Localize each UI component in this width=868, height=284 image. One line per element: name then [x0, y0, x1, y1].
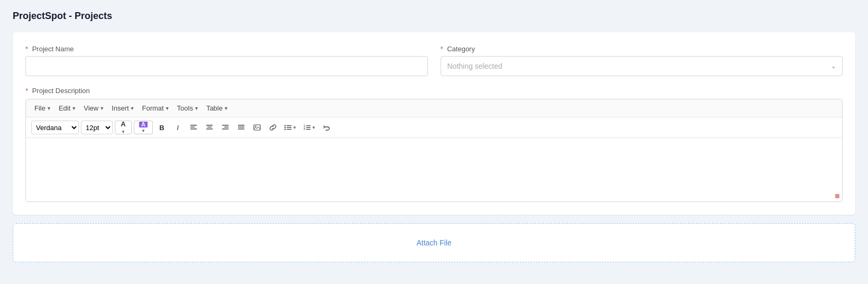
highlight-color-button[interactable]: A ▼ — [134, 121, 153, 134]
svg-point-16 — [285, 127, 286, 128]
attach-file-link[interactable]: Attach File — [416, 239, 451, 247]
menu-view[interactable]: View ▼ — [80, 103, 107, 114]
svg-rect-2 — [190, 129, 197, 130]
font-color-indicator: A — [121, 121, 125, 127]
project-name-label: * Project Name — [25, 45, 428, 53]
chevron-insert-icon: ▼ — [130, 106, 135, 111]
chevron-format-icon: ▼ — [165, 106, 170, 111]
editor-container: File ▼ Edit ▼ View ▼ Insert ▼ Format ▼ — [25, 99, 843, 202]
menu-insert[interactable]: Insert ▼ — [108, 103, 138, 114]
svg-rect-1 — [190, 127, 195, 128]
svg-rect-8 — [222, 129, 229, 130]
chevron-numbered-icon: ▼ — [312, 125, 316, 130]
svg-rect-5 — [206, 129, 213, 130]
svg-rect-10 — [238, 127, 244, 128]
svg-rect-17 — [287, 127, 291, 127]
chevron-view-icon: ▼ — [99, 106, 104, 111]
project-name-group: * Project Name — [25, 45, 428, 76]
svg-point-14 — [285, 125, 286, 126]
form-container: * Project Name * Category Nothing select… — [13, 32, 855, 215]
menu-format[interactable]: Format ▼ — [139, 103, 173, 114]
svg-rect-25 — [306, 129, 310, 130]
required-star-name: * — [25, 45, 28, 53]
image-icon — [253, 124, 261, 131]
undo-icon — [323, 124, 331, 131]
bullet-list-button[interactable]: ▼ — [282, 121, 299, 134]
italic-button[interactable]: I — [171, 121, 185, 134]
align-left-icon — [190, 124, 197, 131]
justify-icon — [237, 124, 245, 131]
menu-edit[interactable]: Edit ▼ — [56, 103, 79, 114]
project-name-input[interactable] — [25, 56, 428, 76]
category-select-wrapper: Nothing selected ⌄ — [441, 56, 843, 76]
editor-menubar: File ▼ Edit ▼ View ▼ Insert ▼ Format ▼ — [26, 99, 842, 117]
svg-point-13 — [255, 126, 256, 127]
svg-rect-12 — [254, 125, 260, 130]
align-right-button[interactable] — [218, 121, 232, 134]
editor-body[interactable]: ◼ — [26, 138, 842, 201]
svg-rect-9 — [238, 125, 244, 126]
svg-text:3.: 3. — [304, 127, 306, 131]
menu-tools[interactable]: Tools ▼ — [174, 103, 202, 114]
description-label: * Project Description — [25, 87, 843, 95]
svg-rect-19 — [287, 129, 291, 130]
menu-table[interactable]: Table ▼ — [203, 103, 232, 114]
align-right-icon — [222, 124, 229, 131]
chevron-bullet-icon: ▼ — [293, 125, 297, 130]
editor-toolbar: Verdana 12pt A ▼ A ▼ B — [26, 117, 842, 138]
bold-button[interactable]: B — [155, 121, 169, 134]
chevron-highlight-icon: ▼ — [141, 129, 145, 133]
category-select[interactable]: Nothing selected — [441, 56, 843, 76]
font-family-select[interactable]: Verdana — [31, 121, 79, 134]
font-size-select[interactable]: 12pt — [81, 121, 113, 134]
align-center-icon — [206, 124, 213, 131]
highlight-indicator: A — [139, 122, 148, 127]
category-group: * Category Nothing selected ⌄ — [441, 45, 843, 76]
svg-point-18 — [285, 129, 286, 130]
svg-rect-7 — [224, 127, 229, 128]
insert-image-button[interactable] — [250, 121, 264, 134]
undo-button[interactable] — [320, 121, 334, 134]
chevron-file-icon: ▼ — [47, 106, 51, 111]
description-section: * Project Description File ▼ Edit ▼ View… — [25, 87, 843, 202]
svg-rect-23 — [306, 127, 310, 127]
page-title: ProjectSpot - Projects — [13, 11, 855, 22]
attach-box[interactable]: Attach File — [13, 223, 855, 262]
svg-rect-15 — [287, 125, 291, 126]
resize-handle[interactable]: ◼ — [835, 192, 840, 199]
svg-rect-6 — [222, 125, 229, 126]
align-center-button[interactable] — [203, 121, 216, 134]
insert-link-button[interactable] — [266, 121, 280, 134]
required-star-category: * — [441, 45, 443, 53]
required-star-desc: * — [25, 87, 28, 95]
chevron-tools-icon: ▼ — [194, 106, 199, 111]
attach-section: Attach File — [13, 223, 855, 262]
svg-rect-11 — [238, 129, 244, 130]
svg-rect-0 — [190, 125, 197, 126]
svg-rect-21 — [306, 125, 310, 126]
chevron-font-color-icon: ▼ — [121, 130, 125, 134]
svg-rect-4 — [207, 127, 212, 128]
svg-rect-3 — [206, 125, 213, 126]
link-icon — [269, 124, 277, 131]
justify-button[interactable] — [234, 121, 248, 134]
chevron-edit-icon: ▼ — [71, 106, 76, 111]
numbered-list-button[interactable]: 1. 2. 3. ▼ — [301, 121, 318, 134]
numbered-list-icon: 1. 2. 3. — [303, 124, 312, 131]
align-left-button[interactable] — [187, 121, 200, 134]
category-label: * Category — [441, 45, 843, 53]
menu-file[interactable]: File ▼ — [31, 103, 54, 114]
font-color-button[interactable]: A ▼ — [115, 121, 132, 134]
bullet-list-icon — [284, 124, 293, 131]
chevron-table-icon: ▼ — [224, 106, 229, 111]
